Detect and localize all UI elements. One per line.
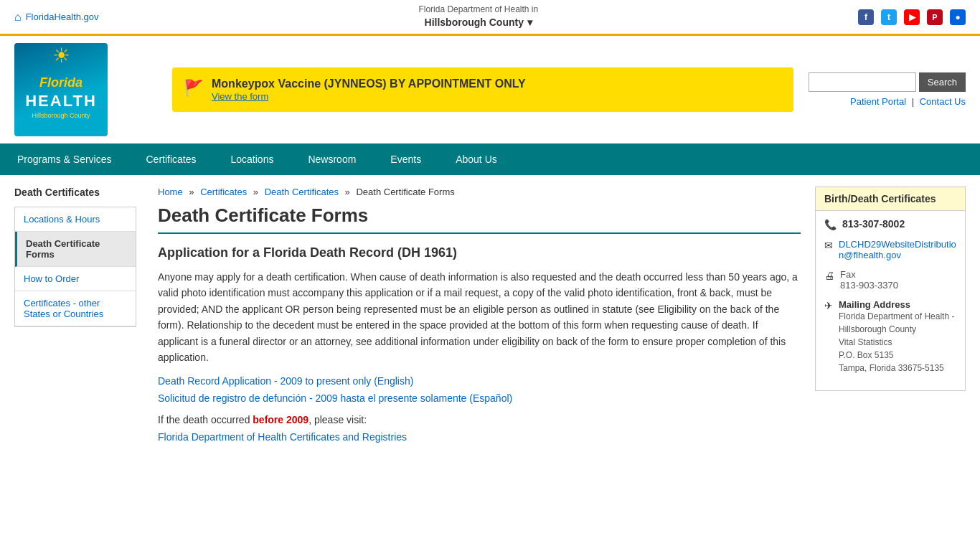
sidebar-menu: Locations & Hours Death Certificate Form… [14,207,136,327]
nav-certificates[interactable]: Certificates [128,143,213,175]
fax-label: Fax [840,269,898,280]
breadcrumb-sep3: » [345,187,353,197]
contact-email-row: ✉ DLCHD29WebsiteDistribution@flhealth.go… [824,239,956,260]
breadcrumb-sep1: » [189,187,197,197]
fl-dept-link[interactable]: Florida Department of Health Certificate… [158,431,801,443]
contact-email[interactable]: DLCHD29WebsiteDistribution@flhealth.gov [839,239,956,260]
nav-newsroom[interactable]: Newsroom [291,143,373,175]
flickr-icon[interactable]: ● [950,9,966,25]
announcement-box: 🚩 Monkeypox Vaccine (JYNNEOS) BY APPOINT… [172,67,793,112]
dept-subtitle: Florida Department of Health in [418,4,538,14]
main-body-text: Anyone may apply for a death certificati… [158,269,801,365]
header-links: Patient Portal | Contact Us [850,96,966,107]
county-arrow: ▾ [527,17,532,28]
breadcrumb-certificates[interactable]: Certificates [200,187,247,197]
site-link[interactable]: FloridaHealth.gov [26,11,99,22]
fax-icon: 🖨 [824,270,834,281]
sidebar-item-other-states[interactable]: Certificates - other States or Countries [15,291,136,326]
spanish-application-link[interactable]: Solicitud de registro de defunción - 200… [158,392,801,404]
app-subtitle: Application for a Florida Death Record (… [158,245,801,260]
twitter-icon[interactable]: t [881,9,897,25]
main-content: Home » Certificates » Death Certificates… [143,175,815,460]
logo-county: Hillsborough County [32,112,90,119]
page-title: Death Certificate Forms [158,204,801,234]
logo-box[interactable]: ☀ Florida HEALTH Hillsborough County [14,43,108,136]
youtube-icon[interactable]: ▶ [904,9,920,25]
contact-phone[interactable]: 813-307-8002 [842,218,905,230]
contact-fax-row: 🖨 Fax 813-903-3370 [824,269,956,291]
announcement-link[interactable]: View the form [212,91,268,102]
mailing-body: Florida Department of Health - Hillsboro… [839,310,956,375]
announcement-content: Monkeypox Vaccine (JYNNEOS) BY APPOINTME… [212,77,526,102]
three-panel: Death Certificates Locations & Hours Dea… [0,175,980,460]
search-area: Search Patient Portal | Contact Us [808,72,966,107]
link-separator: | [912,96,917,107]
breadcrumb-death-certs[interactable]: Death Certificates [265,187,339,197]
before2009-red: before 2009 [253,414,308,425]
breadcrumb-home[interactable]: Home [158,187,183,197]
announcement-title: Monkeypox Vaccine (JYNNEOS) BY APPOINTME… [212,77,526,90]
social-icons-area: f t ▶ P ● [858,9,966,25]
logo-florida: Florida [39,75,83,90]
logo-area: ☀ Florida HEALTH Hillsborough County [14,43,158,136]
contact-mailing-row: ✈ Mailing Address Florida Department of … [824,299,956,375]
before-2009-text: If the death occurred before 2009, pleas… [158,414,801,425]
contact-us-link[interactable]: Contact Us [920,96,966,107]
sidebar-item-how-to-order[interactable]: How to Order [15,267,136,291]
mailing-icon: ✈ [824,300,833,311]
logo-health: HEALTH [25,92,97,110]
breadcrumb-current: Death Certificate Forms [356,187,454,197]
before2009-suffix: , please visit: [308,414,367,425]
facebook-icon[interactable]: f [858,9,874,25]
phone-icon: 📞 [824,219,837,230]
search-input[interactable] [809,72,916,92]
sidebar: Death Certificates Locations & Hours Dea… [0,175,143,460]
right-panel: Birth/Death Certificates 📞 813-307-8002 … [815,175,980,460]
contact-phone-row: 📞 813-307-8002 [824,218,956,230]
english-application-link[interactable]: Death Record Application - 2009 to prese… [158,375,801,387]
before2009-prefix: If the death occurred [158,414,253,425]
top-bar-left: ⌂ FloridaHealth.gov [14,11,99,24]
nav-events[interactable]: Events [373,143,438,175]
contact-fax-detail: Fax 813-903-3370 [840,269,898,291]
main-nav: Programs & Services Certificates Locatio… [0,143,980,175]
fax-number: 813-903-3370 [840,280,898,291]
contact-box: Birth/Death Certificates 📞 813-307-8002 … [815,187,966,391]
flag-icon: 🚩 [184,79,203,98]
sidebar-title: Death Certificates [14,187,136,201]
search-button[interactable]: Search [919,72,966,92]
mailing-title: Mailing Address [839,299,956,310]
top-bar-center: Florida Department of Health in Hillsbor… [418,4,538,29]
search-row: Search [809,72,966,92]
breadcrumb-sep2: » [253,187,261,197]
nav-about[interactable]: About Us [438,143,514,175]
sidebar-item-locations[interactable]: Locations & Hours [15,207,136,232]
top-bar: ⌂ FloridaHealth.gov Florida Department o… [0,0,980,36]
sidebar-item-forms[interactable]: Death Certificate Forms [15,232,136,267]
home-icon: ⌂ [14,11,22,24]
header: ☀ Florida HEALTH Hillsborough County 🚩 M… [0,36,980,143]
email-icon: ✉ [824,240,833,251]
contact-box-body: 📞 813-307-8002 ✉ DLCHD29WebsiteDistribut… [816,211,965,390]
contact-box-title: Birth/Death Certificates [816,187,965,211]
nav-locations[interactable]: Locations [214,143,291,175]
breadcrumb: Home » Certificates » Death Certificates… [158,187,801,197]
patient-portal-link[interactable]: Patient Portal [850,96,906,107]
contact-mailing-detail: Mailing Address Florida Department of He… [839,299,956,375]
county-selector[interactable]: Hillsborough County ▾ [418,14,538,29]
county-name: Hillsborough County [425,17,524,28]
nav-programs[interactable]: Programs & Services [0,143,128,175]
pinterest-icon[interactable]: P [927,9,943,25]
announcement-area: 🚩 Monkeypox Vaccine (JYNNEOS) BY APPOINT… [172,67,793,112]
